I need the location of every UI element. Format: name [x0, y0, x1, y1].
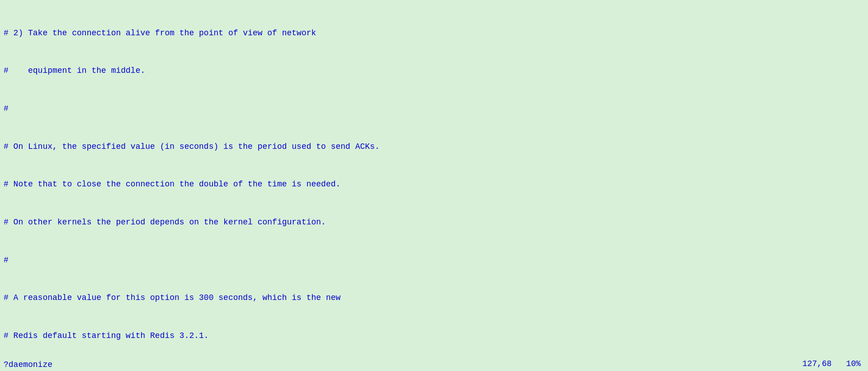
status-bar: ?daemonize 127,68 10%: [0, 357, 868, 371]
editor-area[interactable]: # 2) Take the connection alive from the …: [0, 0, 868, 371]
status-right: 127,68 10%: [802, 359, 861, 368]
scroll-percentage: 10%: [846, 359, 861, 368]
line-5: # Note that to close the connection the …: [4, 178, 864, 191]
line-6: # On other kernels the period depends on…: [4, 216, 864, 229]
line-3: #: [4, 103, 864, 115]
line-8: # A reasonable value for this option is …: [4, 292, 864, 304]
line-1: # 2) Take the connection alive from the …: [4, 27, 864, 40]
line-2: # equipment in the middle.: [4, 65, 864, 77]
search-term: ?daemonize: [4, 360, 52, 369]
line-4: # On Linux, the specified value (in seco…: [4, 141, 864, 153]
line-7: #: [4, 254, 864, 267]
cursor-position: 127,68: [802, 359, 832, 368]
line-9: # Redis default starting with Redis 3.2.…: [4, 330, 864, 342]
